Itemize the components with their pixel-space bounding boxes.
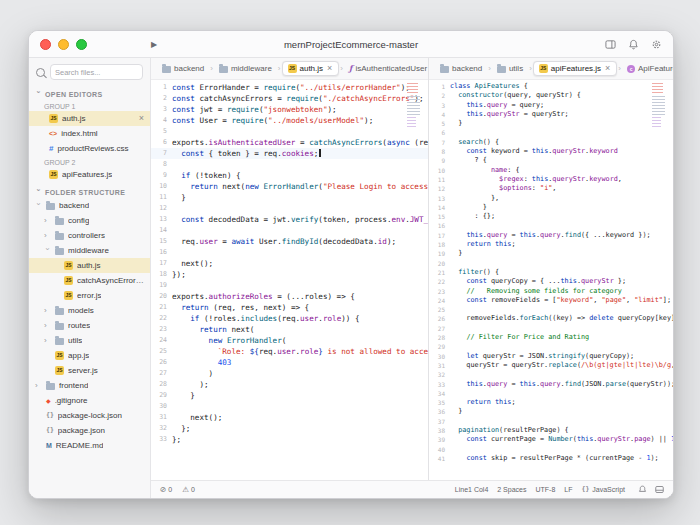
code-line[interactable]: 33 this.query = this.query.find(JSON.par… <box>429 380 673 389</box>
code-line[interactable]: 10 return next(new ErrorHandler("Please … <box>151 181 428 192</box>
line-ending[interactable]: LF <box>564 486 572 493</box>
tree-item-frontend[interactable]: ›frontend <box>29 378 150 393</box>
tree-item-utils[interactable]: ›utils <box>29 333 150 348</box>
code-line[interactable]: 8 const keyword = this.queryStr.keyword <box>429 147 673 156</box>
code-line[interactable]: 20exports.authorizeRoles = (...roles) =>… <box>151 291 428 302</box>
code-line[interactable]: 36 } <box>429 407 673 416</box>
code-line[interactable]: 31 next(); <box>151 412 428 423</box>
code-line[interactable]: 14 } <box>429 203 673 212</box>
encoding[interactable]: UTF-8 <box>535 486 555 493</box>
tree-item-routes[interactable]: ›routes <box>29 318 150 333</box>
close-window-button[interactable] <box>40 39 51 50</box>
code-line[interactable]: 10 name: { <box>429 166 673 175</box>
code-line[interactable]: 14 <box>151 225 428 236</box>
tree-item-package.json[interactable]: {}package.json <box>29 423 150 438</box>
code-line[interactable]: 3 this.query = query; <box>429 101 673 110</box>
open-editors-header[interactable]: › OPEN EDITORS <box>29 84 150 100</box>
cursor-position[interactable]: Line1 Col4 <box>455 486 488 493</box>
open-editor-apiFeatures.js[interactable]: JSapiFeatures.js <box>29 167 150 182</box>
folder-structure-header[interactable]: › FOLDER STRUCTURE <box>29 182 150 198</box>
code-line[interactable]: 16 <box>151 247 428 258</box>
code-line[interactable]: 6exports.isAuthenticatedUser = catchAsyn… <box>151 137 428 148</box>
code-editor-auth-js[interactable]: 1const ErrorHander = require("../utils/e… <box>151 80 428 480</box>
tree-item-error.js[interactable]: JSerror.js <box>29 288 150 303</box>
code-line[interactable]: 2 constructor(query, queryStr) { <box>429 91 673 100</box>
open-editor-productReviews.css[interactable]: #productReviews.css <box>29 141 150 156</box>
open-editor-auth.js[interactable]: JSauth.js× <box>29 111 150 126</box>
code-line[interactable]: 23 return next( <box>151 324 428 335</box>
tree-item-README.md[interactable]: MREADME.md <box>29 438 150 453</box>
code-line[interactable]: 9 ? { <box>429 156 673 165</box>
search-input[interactable] <box>50 64 143 80</box>
code-line[interactable]: 24 const removeFields = ["keyword", "pag… <box>429 296 673 305</box>
breadcrumb-apiFeatures.js[interactable]: JSapiFeatures.js× <box>533 61 618 76</box>
language-mode[interactable]: {}JavaScript <box>581 485 625 494</box>
code-line[interactable]: 26 403 <box>151 357 428 368</box>
code-line[interactable]: 24 new ErrorHandler( <box>151 335 428 346</box>
code-line[interactable]: 11 } <box>151 192 428 203</box>
breadcrumb-ApiFeatures[interactable]: cApiFeatures <box>622 62 673 75</box>
code-line[interactable]: 1const ErrorHander = require("../utils/e… <box>151 82 428 93</box>
code-line[interactable]: 7 const { token } = req.cookies; <box>151 148 428 159</box>
close-icon[interactable]: × <box>138 114 145 123</box>
breadcrumb-backend[interactable]: backend <box>435 62 487 75</box>
code-line[interactable]: 17 this.query = this.query.find({ ...key… <box>429 231 673 240</box>
breadcrumb-utils[interactable]: utils <box>492 62 528 75</box>
code-line[interactable]: 4const User = require("../models/userMod… <box>151 115 428 126</box>
breadcrumb-middleware[interactable]: middleware <box>214 62 277 75</box>
tree-item-server.js[interactable]: JSserver.js <box>29 363 150 378</box>
breadcrumb-isAuthenticatedUser[interactable]: ƒisAuthenticatedUser <box>344 62 428 75</box>
code-line[interactable]: 25 <box>429 305 673 314</box>
panels-icon[interactable] <box>605 39 616 50</box>
code-line[interactable]: 21 filter() { <box>429 268 673 277</box>
breadcrumb-backend[interactable]: backend <box>157 62 209 75</box>
code-line[interactable]: 28 ); <box>151 379 428 390</box>
code-line[interactable]: 29 <box>429 342 673 351</box>
code-line[interactable]: 12 <box>151 203 428 214</box>
code-line[interactable]: 6 <box>429 128 673 137</box>
code-line[interactable]: 13 }, <box>429 194 673 203</box>
code-line[interactable]: 16 <box>429 221 673 230</box>
code-line[interactable]: 22 if (!roles.includes(req.user.role)) { <box>151 313 428 324</box>
notifications-bell-icon[interactable] <box>638 485 647 495</box>
code-line[interactable]: 18}); <box>151 269 428 280</box>
tree-item-package-lock.json[interactable]: {}package-lock.json <box>29 408 150 423</box>
code-line[interactable]: 9 if (!token) { <box>151 170 428 181</box>
bell-icon[interactable] <box>628 39 639 50</box>
tree-item-middleware[interactable]: ›middleware <box>29 243 150 258</box>
tree-item-.gitignore[interactable]: ◆.gitignore <box>29 393 150 408</box>
code-line[interactable]: 34 <box>429 389 673 398</box>
code-line[interactable]: 26 removeFields.forEach((key) => delete … <box>429 314 673 323</box>
code-line[interactable]: 5 } <box>429 119 673 128</box>
tree-item-catchAsyncErrors.js[interactable]: JScatchAsyncErrors.js <box>29 273 150 288</box>
code-line[interactable]: 3const jwt = require("jsonwebtoken"); <box>151 104 428 115</box>
code-line[interactable]: 38 pagination(resultPerPage) { <box>429 426 673 435</box>
code-line[interactable]: 27 <box>429 324 673 333</box>
code-editor-apifeatures-js[interactable]: 1class ApiFeatures {2 constructor(query,… <box>429 80 673 480</box>
code-line[interactable]: 13 const decodedData = jwt.verify(token,… <box>151 214 428 225</box>
code-line[interactable]: 19 } <box>429 249 673 258</box>
indent-setting[interactable]: 2 Spaces <box>497 486 526 493</box>
open-editor-index.html[interactable]: <>index.html <box>29 126 150 141</box>
code-line[interactable]: 40 <box>429 445 673 454</box>
close-icon[interactable]: × <box>604 64 611 73</box>
breadcrumb-auth.js[interactable]: JSauth.js× <box>282 61 340 76</box>
code-line[interactable]: 32 <box>429 370 673 379</box>
tree-item-backend[interactable]: ›backend <box>29 198 150 213</box>
errors-indicator[interactable]: ⊘0 <box>160 485 172 494</box>
tree-item-config[interactable]: ›config <box>29 213 150 228</box>
code-line[interactable]: 2const catchAsyncErrors = require("./cat… <box>151 93 428 104</box>
minimize-window-button[interactable] <box>58 39 69 50</box>
code-line[interactable]: 23 // Removing some fields for category <box>429 287 673 296</box>
code-line[interactable]: 12 $options: "i", <box>429 184 673 193</box>
run-icon[interactable]: ▶ <box>151 40 157 49</box>
code-line[interactable]: 28 // Filter For Price and Rating <box>429 333 673 342</box>
code-line[interactable]: 22 const queryCopy = { ...this.queryStr … <box>429 277 673 286</box>
code-line[interactable]: 17 next(); <box>151 258 428 269</box>
search-icon[interactable] <box>36 68 45 77</box>
code-line[interactable]: 5 <box>151 126 428 137</box>
code-line[interactable]: 21 return (req, res, next) => { <box>151 302 428 313</box>
code-line[interactable]: 35 return this; <box>429 398 673 407</box>
code-line[interactable]: 37 <box>429 417 673 426</box>
tree-item-models[interactable]: ›models <box>29 303 150 318</box>
